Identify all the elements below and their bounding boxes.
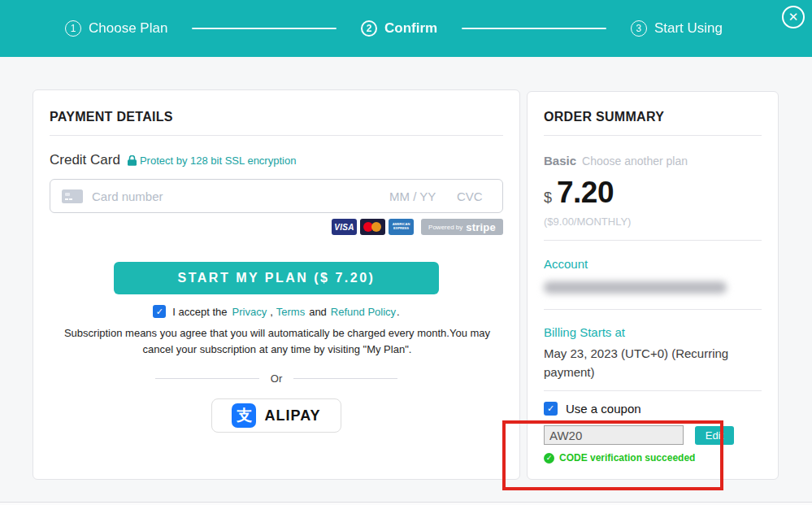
stripe-badge-brand: stripe (466, 221, 496, 233)
alipay-icon: 支 (232, 403, 256, 428)
or-label: Or (271, 372, 282, 385)
visa-badge: VISA (332, 219, 357, 235)
checkmark-icon: ✓ (156, 307, 163, 317)
divider (50, 135, 503, 136)
close-icon: ✕ (788, 10, 799, 24)
step-choose-plan[interactable]: 1 Choose Plan (65, 20, 167, 37)
alipay-label: ALIPAY (264, 407, 320, 424)
amex-badge: AMERICAN EXPRESS (389, 219, 414, 235)
payment-details-card: PAYMENT DETAILS Credit Card Protect by 1… (33, 89, 520, 480)
stripe-badge: Powered by stripe (421, 219, 503, 235)
and-text: and (309, 306, 327, 318)
accept-terms-row: ✓ I accept the Privacy , Terms and Refun… (50, 305, 503, 318)
accept-terms-checkbox[interactable]: ✓ (153, 305, 166, 318)
alipay-button[interactable]: 支 ALIPAY (211, 398, 341, 433)
step-1-circle: 1 (65, 20, 81, 37)
step-confirm: 2 Confirm (361, 20, 437, 37)
payment-details-title: PAYMENT DETAILS (50, 110, 503, 124)
comma-text: , (270, 306, 273, 318)
divider (544, 390, 762, 391)
order-summary-card: ORDER SUMMARY Basic Choose another plan … (527, 91, 779, 480)
accept-text: I accept the (172, 306, 227, 318)
account-email-redacted (544, 281, 727, 294)
ssl-note-text: Protect by 128 bit SSL encryption (140, 155, 296, 167)
step-start-using: 3 Start Using (631, 20, 723, 37)
use-coupon-label: Use a coupon (566, 402, 641, 416)
wizard-header: 1 Choose Plan 2 Confirm 3 Start Using ✕ (0, 0, 812, 57)
card-input-box (50, 179, 503, 213)
divider-line (293, 378, 397, 379)
terms-link[interactable]: Terms (276, 306, 305, 318)
checkmark-icon: ✓ (546, 454, 553, 462)
modal-bottom-edge (0, 502, 812, 505)
use-coupon-checkbox[interactable]: ✓ (544, 402, 558, 416)
step-1-label: Choose Plan (89, 20, 167, 37)
close-button[interactable]: ✕ (782, 6, 805, 28)
account-label: Account (544, 257, 762, 271)
lock-icon (128, 155, 137, 166)
subscription-note: Subscription means you agree that you wi… (50, 325, 505, 357)
mastercard-badge (360, 219, 385, 235)
price-row: $ 7.20 (544, 176, 762, 210)
divider (544, 309, 762, 310)
card-cvc-input[interactable] (457, 189, 491, 203)
divider-line (155, 378, 259, 379)
checkmark-icon: ✓ (547, 403, 554, 414)
coupon-edit-button[interactable]: Edit (695, 426, 734, 445)
ssl-note: Protect by 128 bit SSL encryption (128, 155, 296, 167)
coupon-verify-message: CODE verification succeeded (559, 452, 695, 464)
success-check-icon: ✓ (544, 453, 554, 464)
coupon-verify-row: ✓ CODE verification succeeded (544, 452, 762, 464)
price-value: 7.20 (557, 176, 614, 210)
plan-row: Basic Choose another plan (544, 154, 762, 168)
currency-symbol: $ (544, 189, 552, 207)
or-divider: Or (50, 372, 503, 385)
divider (544, 240, 762, 241)
divider (544, 135, 762, 136)
choose-another-plan-link[interactable]: Choose another plan (582, 155, 688, 168)
step-3-circle: 3 (631, 20, 647, 37)
use-coupon-row: ✓ Use a coupon (544, 402, 762, 416)
privacy-link[interactable]: Privacy (232, 306, 267, 318)
billing-starts-value: May 23, 2023 (UTC+0) (Recurring payment) (544, 345, 747, 381)
stripe-badge-prefix: Powered by (428, 224, 462, 231)
coupon-code-input[interactable] (544, 425, 684, 445)
step-3-label: Start Using (654, 20, 723, 37)
step-connector (462, 28, 606, 29)
coupon-section: ✓ Use a coupon Edit ✓ CODE verification … (544, 402, 762, 464)
credit-card-icon (62, 189, 83, 203)
start-my-plan-button[interactable]: START MY PLAN ($ 7.20) (114, 262, 439, 294)
step-2-circle: 2 (361, 20, 377, 37)
card-number-input[interactable] (92, 189, 380, 203)
modal-body: PAYMENT DETAILS Credit Card Protect by 1… (0, 57, 812, 505)
card-brands-row: VISA AMERICAN EXPRESS Powered by stripe (50, 219, 503, 235)
billing-starts-label: Billing Starts at (544, 325, 762, 339)
period-text: . (397, 306, 400, 318)
step-2-label: Confirm (384, 20, 437, 37)
coupon-code-row: Edit (544, 425, 762, 445)
step-indicator: 1 Choose Plan 2 Confirm 3 Start Using (65, 20, 723, 37)
credit-card-row: Credit Card Protect by 128 bit SSL encry… (50, 152, 503, 168)
card-expiry-input[interactable] (389, 189, 448, 203)
order-summary-title: ORDER SUMMARY (544, 110, 762, 124)
price-note: ($9.00/MONTHLY) (544, 215, 762, 228)
refund-policy-link[interactable]: Refund Policy (331, 306, 396, 318)
plan-name: Basic (544, 154, 576, 168)
step-connector (192, 28, 337, 29)
credit-card-label: Credit Card (50, 152, 120, 168)
alipay-glyph: 支 (237, 405, 252, 426)
